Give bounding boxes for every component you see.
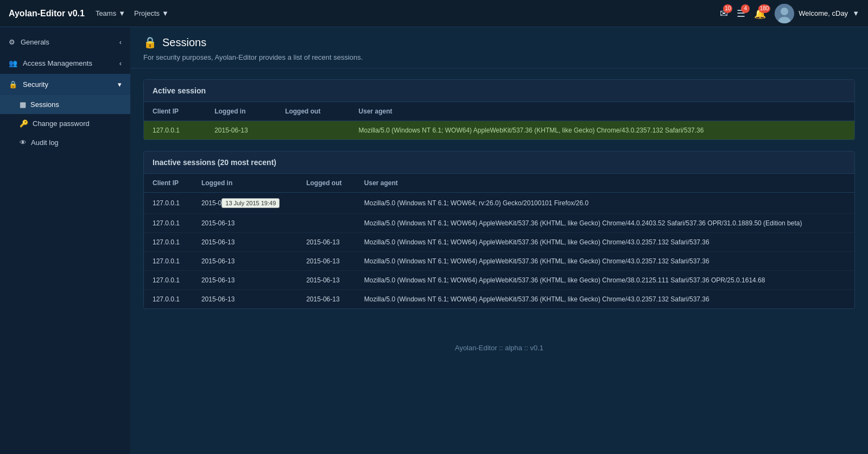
col-user-agent: User agent xyxy=(356,174,854,193)
layout: ⚙ Generals ‹ 👥 Access Managements ‹ 🔒 Se… xyxy=(0,27,868,454)
active-client-ip: 127.0.0.1 xyxy=(144,121,206,140)
list-badge: 4 xyxy=(741,4,750,13)
user-agent: Mozilla/5.0 (Windows NT 6.1; WOW64; rv:2… xyxy=(356,193,854,214)
page-subtitle: For security purposes, Ayolan-Editor pro… xyxy=(143,53,855,61)
user-agent: Mozilla/5.0 (Windows NT 6.1; WOW64) Appl… xyxy=(356,233,854,252)
col-user-agent: User agent xyxy=(350,102,854,121)
table-row: 127.0.0.12015-013 July 2015 19:49Mozilla… xyxy=(144,193,854,214)
lock-icon: 🔒 xyxy=(9,80,17,89)
navbar-menu: Teams ▼ Projects ▼ xyxy=(96,9,169,17)
sidebar-sub-item-change-password[interactable]: 🔑 Change password xyxy=(0,114,130,133)
chevron-down-icon: ▾ xyxy=(118,80,122,89)
key-icon: 🔑 xyxy=(20,119,28,128)
client-ip: 127.0.0.1 xyxy=(144,290,193,309)
client-ip: 127.0.0.1 xyxy=(144,252,193,271)
col-client-ip: Client IP xyxy=(144,174,193,193)
active-session-header-row: Client IP Logged in Logged out User agen… xyxy=(144,102,854,121)
projects-menu[interactable]: Projects ▼ xyxy=(134,9,169,17)
table-row: 127.0.0.12015-06-132015-06-13Mozilla/5.0… xyxy=(144,252,854,271)
main-content: 🔒 Sessions For security purposes, Ayolan… xyxy=(130,27,868,454)
user-menu[interactable]: Welcome, cDay ▼ xyxy=(775,4,859,23)
avatar xyxy=(775,4,794,23)
table-row: 127.0.0.12015-06-13Mozilla/5.0 (Windows … xyxy=(144,214,854,233)
email-notifications[interactable]: ✉ 10 xyxy=(720,8,728,20)
group-icon: 👥 xyxy=(9,59,17,67)
active-user-agent: Mozilla/5.0 (Windows NT 6.1; WOW64) Appl… xyxy=(350,121,854,140)
user-agent: Mozilla/5.0 (Windows NT 6.1; WOW64) Appl… xyxy=(356,252,854,271)
client-ip: 127.0.0.1 xyxy=(144,193,193,214)
table-icon: ▦ xyxy=(20,100,26,109)
logged-in: 2015-06-13 xyxy=(193,214,297,233)
logged-out xyxy=(297,193,356,214)
page-header: 🔒 Sessions For security purposes, Ayolan… xyxy=(130,27,868,68)
active-session-table: Client IP Logged in Logged out User agen… xyxy=(144,102,854,140)
sidebar: ⚙ Generals ‹ 👥 Access Managements ‹ 🔒 Se… xyxy=(0,27,130,454)
user-agent: Mozilla/5.0 (Windows NT 6.1; WOW64) Appl… xyxy=(356,290,854,309)
active-session-section: Active session Client IP Logged in Logge… xyxy=(143,79,855,140)
chevron-down-icon: ▼ xyxy=(162,9,169,17)
logged-out: 2015-06-13 xyxy=(297,233,356,252)
active-logged-in: 2015-06-13 xyxy=(206,121,276,140)
email-badge: 10 xyxy=(723,4,732,13)
table-row: 127.0.0.12015-06-132015-06-13Mozilla/5.0… xyxy=(144,271,854,290)
col-logged-in: Logged in xyxy=(206,102,276,121)
app-brand: Ayolan-Editor v0.1 xyxy=(9,9,85,18)
lock-icon: 🔒 xyxy=(143,36,157,49)
inactive-sessions-header: Inactive sessions (20 most recent) xyxy=(144,152,854,174)
logged-in: 2015-06-13 xyxy=(193,290,297,309)
teams-menu[interactable]: Teams ▼ xyxy=(96,9,125,17)
sidebar-item-generals[interactable]: ⚙ Generals ‹ xyxy=(0,31,130,53)
navbar-left: Ayolan-Editor v0.1 Teams ▼ Projects ▼ xyxy=(9,9,169,18)
logged-out: 2015-06-13 xyxy=(297,252,356,271)
eye-icon: 👁 xyxy=(20,138,27,147)
navbar-right: ✉ 10 ☰ 4 🔔 180 Welcome, cDay ▼ xyxy=(720,4,859,23)
sidebar-sub-item-audit-log[interactable]: 👁 Audit log xyxy=(0,133,130,152)
col-logged-out: Logged out xyxy=(276,102,350,121)
page-title: 🔒 Sessions xyxy=(143,36,855,49)
content-area: Active session Client IP Logged in Logge… xyxy=(130,68,868,331)
client-ip: 127.0.0.1 xyxy=(144,271,193,290)
sidebar-item-access[interactable]: 👥 Access Managements ‹ xyxy=(0,53,130,74)
navbar: Ayolan-Editor v0.1 Teams ▼ Projects ▼ ✉ … xyxy=(0,0,868,27)
cog-icon: ⚙ xyxy=(9,38,15,46)
inactive-sessions-table: Client IP Logged in Logged out User agen… xyxy=(144,174,854,308)
active-logged-out xyxy=(276,121,350,140)
inactive-sessions-section: Inactive sessions (20 most recent) Clien… xyxy=(143,151,855,309)
footer: Ayolan-Editor :: alpha :: v0.1 xyxy=(130,331,868,365)
user-agent: Mozilla/5.0 (Windows NT 6.1; WOW64) Appl… xyxy=(356,214,854,233)
logged-in: 2015-06-13 xyxy=(193,271,297,290)
chevron-down-icon: ▼ xyxy=(118,9,125,17)
sidebar-sub-item-sessions[interactable]: ▦ Sessions xyxy=(0,95,130,114)
user-agent: Mozilla/5.0 (Windows NT 6.1; WOW64) Appl… xyxy=(356,271,854,290)
list-notifications[interactable]: ☰ 4 xyxy=(737,8,745,20)
col-client-ip: Client IP xyxy=(144,102,206,121)
inactive-sessions-header-row: Client IP Logged in Logged out User agen… xyxy=(144,174,854,193)
logged-in: 2015-06-13 xyxy=(193,252,297,271)
active-session-row: 127.0.0.1 2015-06-13 Mozilla/5.0 (Window… xyxy=(144,121,854,140)
chevron-left-icon: ‹ xyxy=(119,38,122,46)
client-ip: 127.0.0.1 xyxy=(144,233,193,252)
logged-in: 2015-013 July 2015 19:49 xyxy=(193,193,297,214)
svg-point-1 xyxy=(781,8,788,15)
col-logged-in: Logged in xyxy=(193,174,297,193)
chevron-left-icon: ‹ xyxy=(119,59,122,67)
logged-out xyxy=(297,214,356,233)
logged-in: 2015-06-13 xyxy=(193,233,297,252)
table-row: 127.0.0.12015-06-132015-06-13Mozilla/5.0… xyxy=(144,233,854,252)
active-session-header: Active session xyxy=(144,80,854,102)
bell-notifications[interactable]: 🔔 180 xyxy=(754,8,766,20)
logged-out: 2015-06-13 xyxy=(297,271,356,290)
logged-out: 2015-06-13 xyxy=(297,290,356,309)
logged-in-partial: 2015-0 xyxy=(201,199,221,207)
welcome-text: Welcome, cDay xyxy=(799,9,848,17)
col-logged-out: Logged out xyxy=(297,174,356,193)
bell-badge: 180 xyxy=(758,4,771,13)
tooltip-box: 13 July 2015 19:49 xyxy=(221,198,280,208)
table-row: 127.0.0.12015-06-132015-06-13Mozilla/5.0… xyxy=(144,290,854,309)
chevron-down-icon: ▼ xyxy=(852,9,859,17)
client-ip: 127.0.0.1 xyxy=(144,214,193,233)
sidebar-item-security[interactable]: 🔒 Security ▾ xyxy=(0,74,130,95)
